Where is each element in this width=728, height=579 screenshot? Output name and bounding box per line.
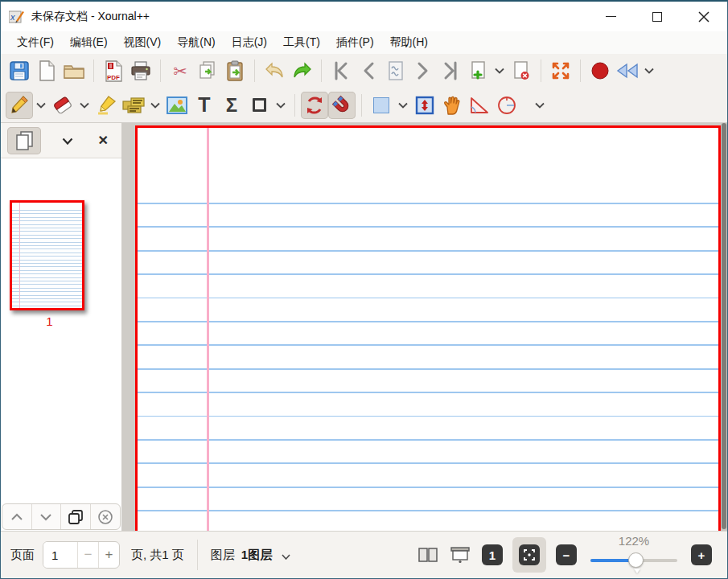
menu-file[interactable]: 文件(F) bbox=[9, 33, 62, 52]
previous-page-button[interactable] bbox=[355, 57, 382, 84]
sidebar-page-up-button[interactable] bbox=[2, 504, 32, 529]
last-page-button[interactable] bbox=[437, 57, 464, 84]
rotation-snap-button[interactable] bbox=[301, 92, 328, 119]
tex-tool-button[interactable]: Σ bbox=[218, 92, 245, 119]
highlighter-tool-button[interactable] bbox=[93, 92, 120, 119]
document-canvas[interactable] bbox=[122, 123, 727, 531]
compass-button[interactable] bbox=[493, 92, 520, 119]
toolbar-separator bbox=[361, 94, 362, 117]
shape-tool-button[interactable] bbox=[245, 92, 273, 119]
image-tool-button[interactable] bbox=[163, 92, 191, 119]
page-increment-button[interactable]: + bbox=[98, 542, 119, 568]
grid-snap-button[interactable] bbox=[328, 92, 356, 119]
selection-options-chevron[interactable] bbox=[395, 92, 411, 119]
layer-selector-value[interactable]: 1图层 bbox=[241, 548, 272, 563]
pen-tool-button[interactable] bbox=[6, 92, 33, 119]
zoom-100-button[interactable]: 1 bbox=[482, 544, 503, 565]
sidebar-page-down-button[interactable] bbox=[32, 504, 62, 529]
app-icon: x bbox=[9, 10, 25, 24]
window-controls bbox=[587, 2, 727, 31]
hand-tool-button[interactable] bbox=[438, 92, 466, 119]
menu-help[interactable]: 帮助(H) bbox=[382, 33, 436, 52]
sidebar-delete-page-button[interactable] bbox=[91, 504, 121, 529]
previous-page-icon bbox=[361, 61, 376, 80]
eraser-tool-button[interactable] bbox=[49, 92, 76, 119]
page-ruling bbox=[138, 203, 718, 531]
save-icon bbox=[9, 60, 30, 81]
pen-options-chevron[interactable] bbox=[33, 92, 49, 119]
chevron-down-icon bbox=[535, 102, 545, 109]
menu-tools[interactable]: 工具(T) bbox=[275, 33, 328, 52]
add-page-options-chevron[interactable] bbox=[492, 57, 508, 84]
new-document-button[interactable] bbox=[33, 57, 60, 84]
select-region-button[interactable] bbox=[368, 92, 395, 119]
zoom-fit-button-pressed[interactable] bbox=[512, 537, 546, 573]
text-selection-options-chevron[interactable] bbox=[147, 92, 163, 119]
menu-journal[interactable]: 日志(J) bbox=[224, 33, 275, 52]
page-decrement-button[interactable]: − bbox=[77, 542, 98, 568]
view-zoom-cluster: 1 − 122% + bbox=[412, 537, 718, 573]
sidebar-preview-pages-button[interactable] bbox=[7, 127, 41, 154]
sidebar-close-button[interactable]: ✕ bbox=[92, 133, 115, 148]
chevron-down-icon bbox=[62, 138, 73, 145]
redo-button[interactable] bbox=[288, 57, 315, 84]
first-page-button[interactable] bbox=[327, 57, 355, 84]
zoom-slider-handle[interactable] bbox=[628, 552, 644, 568]
layer-selector-chevron[interactable] bbox=[282, 548, 290, 562]
export-pdf-button[interactable]: PDF bbox=[100, 57, 127, 84]
total-pages-text: 页, 共1 页 bbox=[131, 548, 184, 563]
document-page[interactable] bbox=[135, 125, 721, 531]
sidebar-options-chevron[interactable] bbox=[62, 133, 73, 148]
text-tool-button[interactable]: T bbox=[191, 92, 218, 119]
chevron-down-icon bbox=[39, 513, 52, 521]
eraser-options-chevron[interactable] bbox=[76, 92, 93, 119]
close-icon bbox=[698, 11, 709, 23]
paste-button[interactable] bbox=[221, 57, 249, 84]
rewind-audio-button[interactable] bbox=[614, 57, 641, 84]
chevron-down-icon bbox=[644, 68, 654, 74]
chevron-down-icon bbox=[276, 102, 286, 109]
vertical-scrollbar[interactable] bbox=[721, 123, 727, 531]
audio-options-chevron[interactable] bbox=[641, 57, 657, 84]
zoom-in-button[interactable]: + bbox=[691, 544, 712, 565]
select-pdf-text-button[interactable] bbox=[120, 92, 147, 119]
zoom-out-button[interactable]: − bbox=[556, 544, 577, 565]
save-button[interactable] bbox=[6, 57, 33, 84]
print-button[interactable] bbox=[127, 57, 154, 84]
next-page-button[interactable] bbox=[409, 57, 437, 84]
copy-button[interactable] bbox=[194, 57, 221, 84]
vertical-space-button[interactable] bbox=[411, 92, 438, 119]
menu-navigate[interactable]: 导航(N) bbox=[169, 33, 223, 52]
sidebar-copy-page-button[interactable] bbox=[61, 504, 91, 529]
chevron-down-icon bbox=[398, 102, 408, 109]
tools-options-chevron[interactable] bbox=[532, 92, 548, 119]
toolbar-separator bbox=[541, 60, 541, 82]
presentation-mode-button[interactable] bbox=[450, 546, 471, 564]
close-button[interactable] bbox=[681, 2, 727, 31]
shape-options-chevron[interactable] bbox=[273, 92, 289, 119]
scrollbar-thumb[interactable] bbox=[722, 123, 726, 529]
goto-annotated-page-button[interactable] bbox=[382, 57, 409, 84]
page-number-input[interactable] bbox=[43, 542, 77, 568]
delete-circle-icon bbox=[97, 509, 113, 525]
record-audio-button[interactable] bbox=[586, 57, 614, 84]
add-page-button[interactable] bbox=[464, 57, 492, 84]
vertical-space-icon bbox=[415, 96, 434, 115]
cut-button[interactable]: ✂ bbox=[167, 57, 194, 84]
thumbnail-page-number: 1 bbox=[10, 314, 89, 328]
menu-view[interactable]: 视图(V) bbox=[116, 33, 170, 52]
zoom-slider[interactable]: 122% bbox=[590, 537, 677, 573]
setsquare-button[interactable] bbox=[466, 92, 493, 119]
minimize-button[interactable] bbox=[587, 2, 634, 31]
fullscreen-button[interactable] bbox=[547, 57, 574, 84]
maximize-button[interactable] bbox=[634, 2, 681, 31]
delete-page-button[interactable] bbox=[508, 57, 535, 84]
page-thumbnail[interactable] bbox=[10, 200, 84, 310]
open-button[interactable] bbox=[60, 57, 88, 84]
menu-plugins[interactable]: 插件(P) bbox=[328, 33, 382, 52]
menu-edit[interactable]: 编辑(E) bbox=[62, 33, 116, 52]
add-page-icon bbox=[468, 60, 487, 81]
undo-button[interactable] bbox=[261, 57, 288, 84]
zoom-fit-button[interactable] bbox=[519, 544, 540, 565]
dual-page-view-button[interactable] bbox=[417, 547, 438, 563]
